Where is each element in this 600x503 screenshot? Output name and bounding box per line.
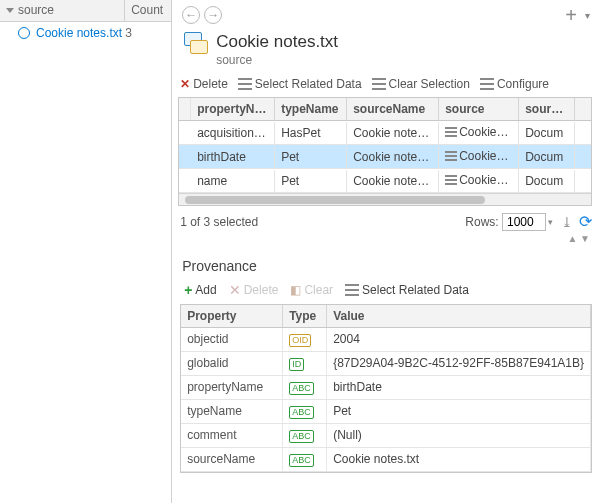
list-icon [345,284,359,296]
plus-icon: + [184,282,192,298]
nav-topbar: ← → + ▾ [172,0,600,30]
rows-input[interactable] [502,213,546,231]
configure-button[interactable]: Configure [480,77,549,91]
type-text-icon: ABC [289,382,314,395]
source-link-cell[interactable]: Cookie… [439,145,519,168]
list-icon [372,78,386,90]
source-column-header[interactable]: source [0,0,125,21]
source-item-label: Cookie notes.txt [36,26,125,40]
add-menu-chevron-icon[interactable]: ▾ [585,10,590,21]
source-list-item[interactable]: Cookie notes.txt 3 [0,22,171,44]
prov-row[interactable]: comment ABC (Null) [181,424,591,448]
prov-row[interactable]: globalid ID {87D29A04-9B2C-4512-92FF-85B… [181,352,591,376]
record-subtitle: source [216,53,338,67]
table-row[interactable]: name Pet Cookie notes… Cookie… Docum [179,169,591,193]
table-link-icon [445,127,457,137]
radio-icon[interactable] [18,27,30,39]
count-column-header[interactable]: Count [125,0,171,21]
rows-label: Rows: [465,215,498,229]
source-link-cell[interactable]: Cookie… [439,169,519,192]
provenance-title: Provenance [172,244,600,280]
fade-overlay [172,473,600,503]
record-header: Cookie notes.txt source [172,30,600,73]
table-row[interactable]: birthDate Pet Cookie notes… Cookie… Docu… [179,145,591,169]
grid-icon [480,78,494,90]
prov-add-button[interactable]: +Add [184,282,217,298]
row-selector-header[interactable] [179,98,191,120]
grid-toolbar: ✕Delete Select Related Data Clear Select… [172,73,600,95]
refresh-icon[interactable]: ⟳ [579,212,592,231]
selection-status: 1 of 3 selected [180,215,258,229]
table-link-icon [445,151,457,161]
back-button[interactable]: ← [182,6,200,24]
prov-row[interactable]: propertyName ABC birthDate [181,376,591,400]
x-icon: ✕ [180,77,190,91]
col-sourcename[interactable]: sourceName [347,98,439,120]
type-text-icon: ABC [289,454,314,467]
grid-header-row: propertyName▲ typeName sourceName source… [179,98,591,121]
provenance-grid: Property Type Value objectid OID 2004 gl… [180,304,592,473]
prov-col-property[interactable]: Property [181,305,283,327]
records-grid: propertyName▲ typeName sourceName source… [178,97,592,206]
col-source[interactable]: source [439,98,519,120]
prov-col-type[interactable]: Type [283,305,327,327]
rows-dropdown-icon[interactable]: ▾ [548,217,553,227]
table-row[interactable]: acquisitionD… HasPet Cookie notes… Cooki… [179,121,591,145]
col-typename[interactable]: typeName [275,98,347,120]
document-icon [182,32,210,56]
col-sourcetype[interactable]: source▲ [519,98,575,120]
add-button[interactable]: + [565,4,577,27]
type-text-icon: ABC [289,430,314,443]
delete-button[interactable]: ✕Delete [180,77,228,91]
record-title: Cookie notes.txt [216,32,338,52]
details-panel: ← → + ▾ Cookie notes.txt source ✕Delete … [172,0,600,503]
provenance-toolbar: +Add ✕Delete ◧Clear Select Related Data [172,280,600,304]
type-text-icon: ABC [289,406,314,419]
expand-all-icon [6,8,14,13]
source-item-count: 3 [125,26,171,40]
prov-clear-button: ◧Clear [290,283,333,297]
source-list-panel: source Count Cookie notes.txt 3 [0,0,172,503]
type-globalid-icon: ID [289,358,304,371]
grid-statusbar: 1 of 3 selected Rows: ▾ ⤓ ⟳ [172,206,600,233]
table-link-icon [445,175,457,185]
col-propertyname[interactable]: propertyName▲ [191,98,275,120]
prov-header-row: Property Type Value [181,305,591,328]
prov-select-related-button[interactable]: Select Related Data [345,283,469,297]
prov-row[interactable]: objectid OID 2004 [181,328,591,352]
source-list-header: source Count [0,0,171,22]
prov-row[interactable]: typeName ABC Pet [181,400,591,424]
prov-delete-button: ✕Delete [229,282,279,298]
eraser-icon: ◧ [290,283,301,297]
prov-row[interactable]: sourceName ABC Cookie notes.txt [181,448,591,472]
panel-collapse-toggle[interactable]: ▲ ▼ [172,233,600,244]
list-icon [238,78,252,90]
source-link-cell[interactable]: Cookie… [439,121,519,144]
type-oid-icon: OID [289,334,311,347]
prov-col-value[interactable]: Value [327,305,591,327]
x-icon: ✕ [229,282,241,298]
download-icon[interactable]: ⤓ [561,214,573,230]
clear-selection-button[interactable]: Clear Selection [372,77,470,91]
forward-button[interactable]: → [204,6,222,24]
select-related-button[interactable]: Select Related Data [238,77,362,91]
horizontal-scrollbar[interactable] [179,193,591,205]
